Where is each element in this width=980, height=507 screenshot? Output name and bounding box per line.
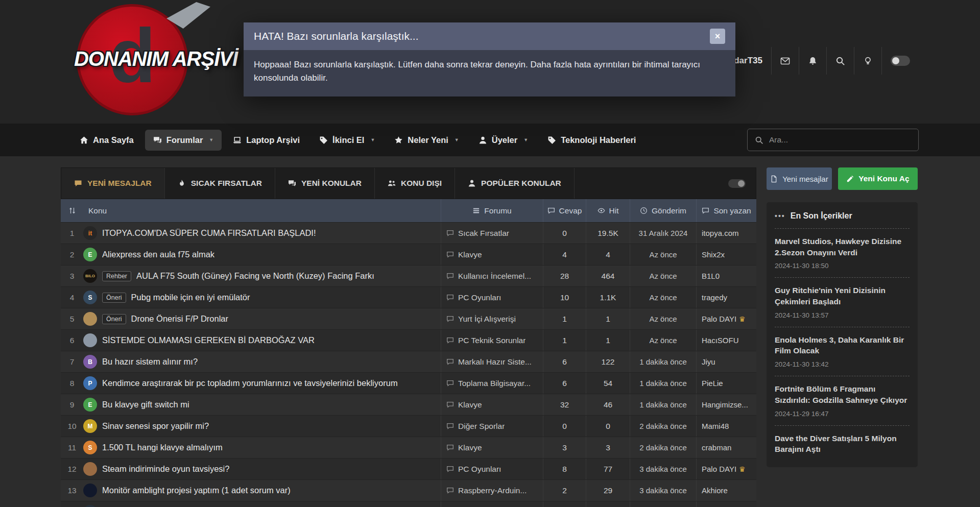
avatar[interactable] (83, 505, 97, 507)
tab-sicak-firsatlar[interactable]: SICAK FIRSATLAR (165, 168, 275, 199)
thread-forum-link[interactable]: PC Oyunları (441, 458, 543, 479)
thread-row[interactable]: 1 it ITOPYA.COM'DA SÜPER CUMA FIRSATLARI… (61, 222, 756, 244)
nav-item-forumlar[interactable]: Forumlar ▼ (145, 130, 222, 151)
thread-title[interactable]: Monitör amblight projesi yaptım (1 adet … (102, 486, 291, 495)
avatar[interactable] (83, 484, 97, 497)
header-cevap[interactable]: Cevap (543, 199, 586, 222)
thread-row[interactable]: 13 Monitör amblight projesi yaptım (1 ad… (61, 479, 756, 501)
thread-lastposter[interactable]: Jiyu (696, 351, 756, 372)
header-gonderim[interactable]: Gönderim (630, 199, 696, 222)
thread-forum-link[interactable]: Toplama Bilgisayar... (441, 501, 543, 507)
compact-view-toggle[interactable] (728, 179, 746, 188)
sort-button[interactable] (61, 199, 83, 222)
thread-forum-link[interactable]: Kullanıcı İncelemel... (441, 265, 543, 286)
tab-konu-disi[interactable]: KONU DIŞI (375, 168, 455, 199)
news-title[interactable]: Fortnite Bölüm 6 Fragmanı Sızdırıldı: Go… (775, 383, 910, 405)
thread-title[interactable]: Bu hazır sistem alınır mı? (102, 357, 198, 367)
thread-forum-link[interactable]: PC Teknik Sorunlar (441, 330, 543, 351)
thread-title[interactable]: 1.500 TL hangi klavye almalıyım (102, 443, 223, 452)
avatar[interactable]: E (83, 248, 97, 261)
thread-lastposter[interactable]: Palo DAYI ♛ (696, 308, 756, 329)
thread-row[interactable]: 12 Steam indiriminde oyun tavsiyesi? PC … (61, 458, 756, 479)
news-title[interactable]: Dave the Diver Satışları 5 Milyon Barajı… (775, 433, 910, 455)
thread-forum-link[interactable]: Klavye (441, 244, 543, 265)
thread-lastposter[interactable]: B1L0 (696, 265, 756, 286)
nav-item-ana-sayfa[interactable]: Ana Sayfa (71, 130, 142, 151)
header-konu[interactable]: Konu (83, 199, 441, 222)
new-messages-button[interactable]: Yeni mesajlar (767, 167, 832, 190)
thread-title[interactable]: ITOPYA.COM'DA SÜPER CUMA FIRSATLARI BAŞL… (102, 228, 316, 238)
new-topic-button[interactable]: Yeni Konu Aç (838, 167, 918, 190)
thread-title[interactable]: Drone Önerisi F/P Dronlar (131, 314, 228, 324)
search-input[interactable] (769, 135, 911, 144)
avatar[interactable] (83, 462, 97, 476)
avatar[interactable] (83, 333, 97, 347)
thread-row[interactable]: 7 B Bu hazır sistem alınır mı? Markalı H… (61, 351, 756, 372)
nav-item-neler-yeni[interactable]: Neler Yeni ▼ (386, 130, 467, 151)
thread-forum-link[interactable]: PC Oyunları (441, 287, 543, 308)
thread-row[interactable]: 11 S 1.500 TL hangi klavye almalıyım Kla… (61, 437, 756, 458)
nav-item-teknoloji-haberleri[interactable]: Teknoloji Haberleri (539, 130, 644, 151)
thread-title[interactable]: Steam indiriminde oyun tavsiyesi? (102, 464, 229, 474)
thread-forum-link[interactable]: Markalı Hazır Siste... (441, 351, 543, 372)
avatar[interactable]: BILO (83, 269, 97, 283)
thread-row[interactable]: 6 SİSTEMDE OLMAMASI GEREKEN Bİ DARBOĞAZ … (61, 329, 756, 351)
avatar[interactable]: it (83, 226, 97, 240)
header-sonyazan[interactable]: Son yazan (696, 199, 756, 222)
avatar[interactable]: S (83, 291, 97, 304)
thread-lastposter[interactable]: PieLie (696, 373, 756, 394)
avatar[interactable]: M (83, 419, 97, 433)
thread-title[interactable]: SİSTEMDE OLMAMASI GEREKEN Bİ DARBOĞAZ VA… (102, 335, 315, 345)
search-button[interactable] (826, 47, 854, 75)
thread-forum-link[interactable]: Klavye (441, 437, 543, 458)
thread-row[interactable]: 10 M Sinav senesi spor yapilir mi? Diğer… (61, 415, 756, 437)
thread-row[interactable]: 9 E Bu klavye gift switch mi Klavye 32 4… (61, 394, 756, 415)
thread-lastposter[interactable]: crabman (696, 437, 756, 458)
avatar[interactable]: E (83, 398, 97, 412)
news-title[interactable]: Marvel Studios, Hawkeye Dizisine 2.Sezon… (775, 236, 910, 258)
light-style-button[interactable] (854, 47, 881, 75)
thread-title[interactable]: AULA F75 South (Güney) Facing ve North (… (136, 271, 374, 281)
tab-yeni-konular[interactable]: YENİ KONULAR (275, 168, 375, 199)
thread-lastposter[interactable]: Mami48 (696, 416, 756, 437)
thread-lastposter[interactable]: Palo DAYI ♛ (696, 458, 756, 479)
nav-item-ikinci-el[interactable]: İkinci El ▼ (311, 130, 383, 151)
tab-populer-konular[interactable]: POPÜLER KONULAR (455, 168, 575, 199)
site-logo[interactable]: d DONANIM ARŞİVİ (71, 3, 240, 119)
dark-mode-toggle[interactable] (881, 47, 919, 75)
thread-lastposter[interactable]: tragedy (696, 287, 756, 308)
thread-row[interactable]: 8 P Kendimce araştırarak bir pc topladım… (61, 372, 756, 394)
thread-lastposter[interactable]: Akhiore (696, 480, 756, 501)
thread-title[interactable]: Pubg mobile için en iyi emülatör (131, 293, 250, 302)
nav-item-uyeler[interactable]: Üyeler ▼ (470, 130, 536, 151)
thread-row[interactable]: 2 E Aliexpress den aula f75 almak Klavye… (61, 244, 756, 265)
avatar[interactable]: S (83, 441, 97, 454)
tab-yeni-mesajlar[interactable]: YENİ MESAJLAR (61, 168, 165, 199)
thread-forum-link[interactable]: Klavye (441, 394, 543, 415)
thread-row[interactable]: 4 S Öneri Pubg mobile için en iyi emülat… (61, 286, 756, 308)
thread-lastposter[interactable] (696, 501, 756, 507)
header-hit[interactable]: Hit (586, 199, 630, 222)
nav-item-laptop-arsivi[interactable]: Laptop Arşivi (225, 130, 308, 151)
thread-forum-link[interactable]: Yurt İçi Alışverişi (441, 308, 543, 329)
thread-row[interactable]: 14 30k 40k Arası Oyun Monitörü Bilgisaya… (61, 501, 756, 507)
avatar[interactable]: P (83, 376, 97, 390)
header-forumu[interactable]: Forumu (441, 199, 543, 222)
thread-row[interactable]: 3 BILO Rehber AULA F75 South (Güney) Fac… (61, 265, 756, 286)
news-title[interactable]: Enola Holmes 3, Daha Karanlık Bir Film O… (775, 334, 910, 356)
thread-title[interactable]: Kendimce araştırarak bir pc topladım yor… (102, 378, 398, 388)
thread-title[interactable]: Sinav senesi spor yapilir mi? (102, 421, 209, 431)
avatar[interactable] (83, 312, 97, 326)
thread-lastposter[interactable]: itopya.com (696, 223, 756, 244)
thread-forum-link[interactable]: Raspberry-Arduin... (441, 480, 543, 501)
alerts-button[interactable] (799, 47, 826, 75)
thread-forum-link[interactable]: Toplama Bilgisayar... (441, 373, 543, 394)
thread-title[interactable]: Aliexpress den aula f75 almak (102, 250, 214, 259)
thread-forum-link[interactable]: Diğer Sporlar (441, 416, 543, 437)
messages-button[interactable] (771, 47, 799, 75)
thread-forum-link[interactable]: Sıcak Fırsatlar (441, 223, 543, 244)
thread-lastposter[interactable]: Hangimizse... (696, 394, 756, 415)
close-button[interactable]: × (710, 29, 725, 44)
avatar[interactable]: B (83, 355, 97, 369)
thread-lastposter[interactable]: HacıSOFU (696, 330, 756, 351)
